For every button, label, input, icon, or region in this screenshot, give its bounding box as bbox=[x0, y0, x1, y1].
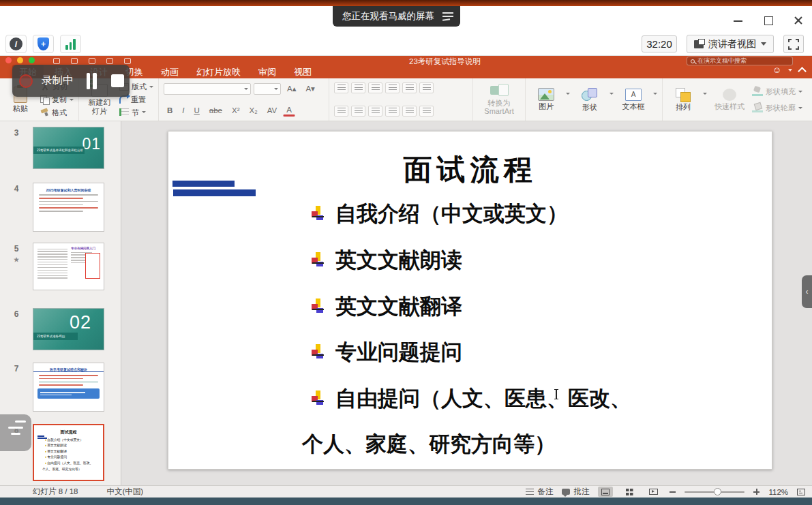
pause-button[interactable] bbox=[87, 73, 97, 89]
picture-button[interactable]: 图片 bbox=[530, 88, 562, 110]
fullscreen-button[interactable] bbox=[783, 35, 804, 53]
close-button[interactable] bbox=[793, 15, 804, 26]
bullet-item-5[interactable]: 自由提问（人文、医患、医改、 bbox=[312, 384, 631, 413]
network-quality-button[interactable] bbox=[60, 35, 81, 53]
shape-fill-button[interactable]: 形状填充 bbox=[752, 87, 802, 96]
increase-indent-button[interactable] bbox=[385, 82, 400, 93]
collapse-ribbon-icon[interactable] bbox=[798, 67, 807, 76]
align-left-button[interactable] bbox=[334, 106, 348, 117]
zoom-slider[interactable] bbox=[685, 491, 745, 493]
document-title: 23考研复试指导说明 bbox=[409, 57, 481, 67]
stop-button[interactable] bbox=[111, 74, 124, 87]
bullet-item-1[interactable]: 自我介绍（中文或英文） bbox=[312, 200, 568, 228]
zoom-out-button[interactable] bbox=[670, 491, 676, 493]
qat-save-icon[interactable] bbox=[53, 58, 60, 64]
section-number-badge: 02 bbox=[70, 312, 91, 333]
shapes-button[interactable]: 形状 bbox=[574, 88, 605, 111]
thumbnail-title: 专业选择问题入门 bbox=[71, 247, 101, 250]
qat-undo-icon[interactable] bbox=[71, 58, 78, 64]
maximize-button[interactable] bbox=[763, 15, 774, 26]
align-center-button[interactable] bbox=[351, 106, 365, 117]
notes-button[interactable]: 备注 bbox=[526, 487, 553, 497]
thumbnail-title: 23考研复试条件流程和全流程分析 bbox=[33, 147, 85, 154]
numbering-button[interactable] bbox=[351, 82, 365, 93]
qat-print-icon[interactable] bbox=[106, 58, 113, 64]
align-right-button[interactable] bbox=[368, 106, 382, 117]
font-color-button[interactable]: A bbox=[283, 104, 295, 117]
slide-number: 3 bbox=[0, 127, 33, 169]
floating-toolbar-handle[interactable] bbox=[0, 414, 31, 451]
callout-box bbox=[37, 388, 100, 399]
quick-styles-button[interactable]: 快速样式 bbox=[711, 89, 748, 110]
smartart-group: 转换为 SmartArt bbox=[473, 78, 526, 121]
slideshow-button[interactable] bbox=[646, 487, 661, 497]
slide-thumbnail-4[interactable]: 2023考研复试和入营时间安排 bbox=[33, 183, 104, 232]
bullet-item-3[interactable]: 英文文献翻译 bbox=[312, 292, 462, 321]
zoom-slider-handle[interactable] bbox=[714, 488, 721, 495]
justify-button[interactable] bbox=[385, 106, 400, 117]
zoom-percentage[interactable]: 112% bbox=[768, 488, 788, 496]
shrink-font-button[interactable]: A▾ bbox=[302, 82, 318, 95]
comments-button[interactable]: 批注 bbox=[562, 487, 589, 497]
fit-to-window-button[interactable] bbox=[797, 489, 805, 495]
feedback-smiley-icon[interactable]: ☺ bbox=[772, 65, 781, 75]
collapse-panel-handle[interactable]: ‹ bbox=[802, 275, 812, 308]
mac-close-icon[interactable] bbox=[5, 57, 12, 63]
thumbnail-title: 2023考研复试和入营时间安排 bbox=[33, 188, 104, 192]
line-spacing-button[interactable] bbox=[402, 82, 417, 93]
textbox-icon: A bbox=[625, 89, 642, 101]
protection-button[interactable]: + bbox=[33, 35, 54, 53]
italic-button[interactable]: I bbox=[179, 105, 187, 116]
minimize-button[interactable] bbox=[733, 15, 744, 26]
bullets-button[interactable] bbox=[334, 82, 348, 93]
align-text-button[interactable] bbox=[419, 106, 434, 117]
subscript-button[interactable]: X₂ bbox=[246, 105, 261, 116]
section-button[interactable]: 节 bbox=[119, 108, 153, 117]
format-painter-button[interactable]: 格式 bbox=[40, 108, 74, 117]
slide-thumbnail-5[interactable]: 专业选择问题入门 bbox=[33, 243, 104, 290]
underline-button[interactable]: U bbox=[191, 105, 203, 116]
mac-minimize-icon[interactable] bbox=[17, 57, 23, 63]
qat-start-slideshow-icon[interactable] bbox=[124, 58, 131, 64]
font-size-select[interactable] bbox=[254, 83, 281, 95]
bullet-icon bbox=[312, 298, 325, 316]
info-button[interactable]: i bbox=[5, 35, 27, 53]
grow-font-button[interactable]: A▴ bbox=[284, 82, 299, 95]
slide-sorter-button[interactable] bbox=[622, 487, 637, 497]
slide-thumbnail-8-selected[interactable]: 面试流程 自我介绍（中文或英文） 英文文献朗读 英文文献翻译 专业问题提问 自由… bbox=[33, 424, 104, 481]
shapes-icon bbox=[582, 88, 598, 102]
bullet-item-2[interactable]: 英文文献朗读 bbox=[312, 246, 462, 275]
mac-zoom-icon[interactable] bbox=[29, 57, 35, 63]
bold-button[interactable]: B bbox=[164, 105, 176, 116]
smartart-icon bbox=[490, 84, 508, 97]
columns-button[interactable] bbox=[419, 82, 434, 93]
highlight-box bbox=[85, 253, 100, 279]
language-indicator[interactable]: 中文(中国) bbox=[106, 487, 143, 497]
current-slide[interactable]: 面试流程 自我介绍（中文或英文） 英文文献朗读 英文文献翻译 专业问 bbox=[168, 131, 772, 470]
text-direction-button[interactable] bbox=[402, 106, 417, 117]
slide-title[interactable]: 面试流程 bbox=[168, 151, 772, 189]
shape-outline-button[interactable]: 形状轮廓 bbox=[752, 103, 802, 112]
bullet-item-5-continuation[interactable]: 个人、家庭、研究方向等） bbox=[302, 430, 556, 459]
presenter-view-icon bbox=[694, 40, 704, 48]
zoom-in-button[interactable] bbox=[753, 489, 760, 495]
font-name-select[interactable] bbox=[164, 83, 251, 95]
bullet-item-4[interactable]: 专业问题提问 bbox=[312, 338, 462, 367]
presenter-view-dropdown[interactable]: 演讲者视图 bbox=[687, 35, 774, 53]
decrease-indent-button[interactable] bbox=[368, 82, 382, 93]
qat-redo-icon[interactable] bbox=[89, 58, 95, 64]
superscript-button[interactable]: X² bbox=[228, 105, 243, 116]
slide-thumbnail-7[interactable]: 医学考研复试特点和秘诀 bbox=[33, 363, 104, 412]
char-spacing-button[interactable]: AV bbox=[264, 105, 281, 116]
convert-smartart-button[interactable]: 转换为 SmartArt bbox=[478, 84, 520, 115]
slide-thumbnail-3[interactable]: 01 23考研复试条件流程和全流程分析 bbox=[33, 127, 104, 169]
arrange-button[interactable]: 排列 bbox=[667, 88, 699, 111]
slide-thumbnail-6[interactable]: 02 23考研复试准备规划 bbox=[33, 308, 104, 350]
normal-view-icon bbox=[601, 489, 610, 495]
banner-menu-icon[interactable] bbox=[442, 12, 453, 20]
notes-icon bbox=[526, 489, 534, 495]
textbox-button[interactable]: A 文本框 bbox=[618, 89, 649, 110]
text-cursor bbox=[556, 389, 557, 399]
normal-view-button[interactable] bbox=[598, 487, 613, 497]
strikethrough-button[interactable]: abe bbox=[206, 105, 226, 116]
